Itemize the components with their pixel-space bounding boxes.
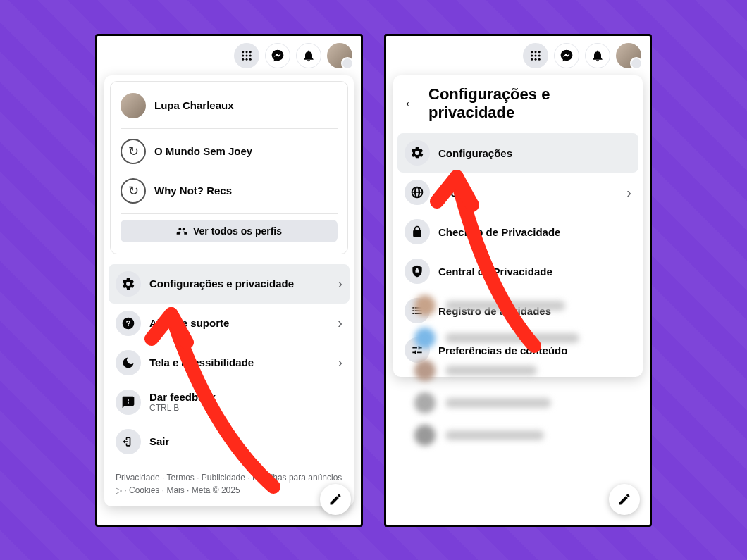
messenger-icon[interactable] bbox=[554, 43, 579, 68]
menu-label: Configurações bbox=[438, 147, 631, 159]
menu-label: Ajuda e suporte bbox=[149, 317, 329, 329]
chevron-right-icon: › bbox=[338, 275, 342, 292]
screenshot-panel-2: ← Configurações e privacidade Configuraç… bbox=[384, 34, 652, 527]
menu-item-feedback[interactable]: Dar feedback CTRL B bbox=[109, 382, 350, 422]
menu-item-display[interactable]: Tela e acessibilidade › bbox=[109, 343, 350, 382]
footer-link[interactable]: Mais bbox=[166, 485, 184, 495]
gear-icon bbox=[116, 271, 141, 297]
bell-icon[interactable] bbox=[585, 43, 610, 68]
footer-link[interactable]: Privacidade bbox=[116, 473, 160, 483]
avatar-icon[interactable] bbox=[616, 43, 641, 68]
menu-item-help[interactable]: ? Ajuda e suporte › bbox=[109, 304, 350, 343]
profile-section: Lupa Charleaux O Mundo Sem Joey Why Not?… bbox=[110, 81, 348, 254]
menu-item-language[interactable]: Idioma › bbox=[397, 173, 638, 212]
chevron-right-icon: › bbox=[626, 185, 631, 201]
menu-grid-icon[interactable] bbox=[523, 43, 548, 68]
divider bbox=[121, 128, 338, 129]
profile-name: Lupa Charleaux bbox=[154, 99, 234, 111]
menu-sublabel: CTRL B bbox=[149, 403, 342, 413]
svg-point-4 bbox=[246, 54, 248, 56]
divider bbox=[121, 213, 338, 214]
main-menu-list: Configurações e privacidade › ? Ajuda e … bbox=[104, 260, 354, 468]
svg-point-8 bbox=[249, 58, 252, 60]
lock-icon bbox=[405, 219, 430, 244]
menu-label: Sair bbox=[149, 435, 342, 447]
feedback-icon bbox=[116, 390, 141, 415]
footer-link[interactable]: Escolhas para anúncios bbox=[252, 473, 342, 483]
profile-row-main[interactable]: Lupa Charleaux bbox=[115, 86, 343, 125]
chevron-right-icon: › bbox=[338, 354, 342, 371]
panels-container: Lupa Charleaux O Mundo Sem Joey Why Not?… bbox=[0, 0, 747, 560]
svg-point-15 bbox=[535, 54, 537, 56]
svg-point-18 bbox=[535, 58, 537, 60]
menu-label: Tela e acessibilidade bbox=[149, 356, 329, 368]
svg-point-12 bbox=[535, 51, 537, 53]
settings-header: ← Configurações e privacidade bbox=[393, 75, 643, 130]
svg-point-13 bbox=[538, 51, 541, 53]
logout-icon bbox=[116, 429, 141, 454]
menu-item-privacy-checkup[interactable]: Checkup de Privacidade bbox=[397, 212, 638, 251]
menu-item-logout[interactable]: Sair bbox=[109, 422, 350, 461]
bell-icon[interactable] bbox=[296, 43, 321, 68]
footer-link[interactable]: Termos bbox=[167, 473, 195, 483]
svg-point-14 bbox=[531, 54, 533, 56]
menu-label: Dar feedback CTRL B bbox=[149, 391, 342, 413]
messenger-icon[interactable] bbox=[265, 43, 290, 68]
account-dropdown-card: Lupa Charleaux O Mundo Sem Joey Why Not?… bbox=[104, 75, 354, 506]
footer-link[interactable]: Cookies bbox=[129, 485, 159, 495]
facebook-header bbox=[97, 36, 361, 75]
footer-links: Privacidade Termos Publicidade Escolhas … bbox=[104, 468, 354, 506]
svg-text:?: ? bbox=[125, 318, 130, 328]
menu-item-settings[interactable]: Configurações bbox=[397, 133, 638, 173]
svg-point-1 bbox=[246, 51, 248, 53]
menu-label: Configurações e privacidade bbox=[149, 278, 329, 290]
blurred-background-list bbox=[386, 275, 650, 525]
svg-point-3 bbox=[242, 54, 244, 56]
svg-point-6 bbox=[242, 58, 244, 60]
globe-icon bbox=[405, 180, 430, 205]
svg-point-19 bbox=[538, 58, 541, 60]
footer-meta: Meta © 2025 bbox=[192, 485, 240, 495]
help-icon: ? bbox=[116, 311, 141, 336]
menu-item-settings-privacy[interactable]: Configurações e privacidade › bbox=[109, 264, 350, 304]
compose-button[interactable] bbox=[320, 484, 351, 515]
facebook-header bbox=[386, 36, 650, 75]
profile-name: Why Not? Recs bbox=[154, 185, 232, 197]
footer-link[interactable]: Publicidade bbox=[202, 473, 245, 483]
switch-profile-icon bbox=[121, 178, 146, 204]
moon-icon bbox=[116, 350, 141, 375]
svg-point-0 bbox=[242, 51, 244, 53]
profile-row-alt-0[interactable]: O Mundo Sem Joey bbox=[115, 132, 343, 171]
compose-icon bbox=[617, 492, 631, 506]
avatar-icon bbox=[121, 93, 146, 118]
avatar-icon[interactable] bbox=[327, 43, 352, 68]
compose-button[interactable] bbox=[609, 484, 640, 515]
gear-icon bbox=[405, 140, 430, 166]
see-all-profiles-label: Ver todos os perfis bbox=[193, 225, 282, 237]
screenshot-panel-1: Lupa Charleaux O Mundo Sem Joey Why Not?… bbox=[95, 34, 363, 527]
svg-point-11 bbox=[531, 51, 533, 53]
svg-point-2 bbox=[249, 51, 252, 53]
svg-point-16 bbox=[538, 54, 541, 56]
svg-point-17 bbox=[531, 58, 533, 60]
profile-row-alt-1[interactable]: Why Not? Recs bbox=[115, 171, 343, 211]
svg-point-7 bbox=[246, 58, 248, 60]
menu-grid-icon[interactable] bbox=[234, 43, 259, 68]
back-button[interactable]: ← bbox=[403, 94, 419, 113]
profile-name: O Mundo Sem Joey bbox=[154, 145, 252, 157]
people-icon bbox=[176, 225, 187, 237]
switch-profile-icon bbox=[121, 139, 146, 164]
svg-point-5 bbox=[249, 54, 252, 56]
menu-label: Idioma bbox=[438, 187, 618, 199]
compose-icon bbox=[328, 492, 342, 506]
settings-title: Configurações e privacidade bbox=[428, 85, 633, 123]
see-all-profiles-button[interactable]: Ver todos os perfis bbox=[121, 220, 338, 242]
chevron-right-icon: › bbox=[338, 315, 342, 331]
menu-label: Checkup de Privacidade bbox=[438, 226, 631, 238]
